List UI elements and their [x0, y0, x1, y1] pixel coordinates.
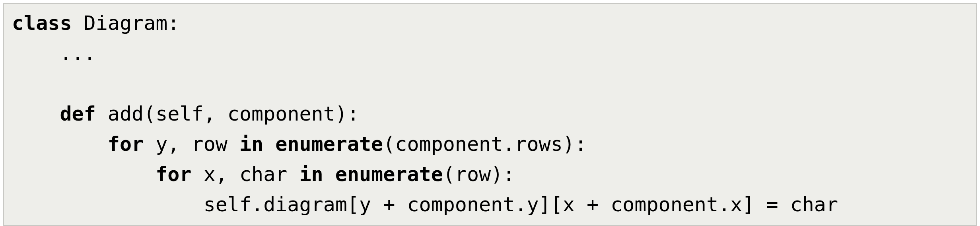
keyword: for: [156, 163, 191, 186]
keyword: def: [60, 102, 95, 125]
keyword: for: [108, 132, 144, 156]
keyword: class: [12, 12, 72, 35]
code-text: x, char: [192, 163, 299, 186]
code-text: y, row: [144, 132, 239, 156]
code-text: add(self, component):: [96, 102, 359, 125]
keyword: in: [239, 132, 263, 156]
code-text: [12, 132, 108, 156]
code-text: [12, 102, 60, 125]
keyword: enumerate: [275, 132, 383, 156]
code-text: self.diagram[y + component.y][x + compon…: [12, 193, 838, 216]
keyword: enumerate: [335, 163, 443, 186]
code-text: [323, 163, 335, 186]
code-text: (component.rows):: [383, 132, 587, 156]
code-text: ...: [12, 42, 96, 65]
code-text: [12, 163, 156, 186]
keyword: in: [299, 163, 323, 186]
code-text: Diagram:: [72, 12, 180, 35]
code-block: class Diagram: ... def add(self, compone…: [3, 3, 977, 226]
code-content: class Diagram: ... def add(self, compone…: [12, 12, 838, 216]
code-text: (row):: [443, 163, 515, 186]
code-text: [263, 132, 275, 156]
